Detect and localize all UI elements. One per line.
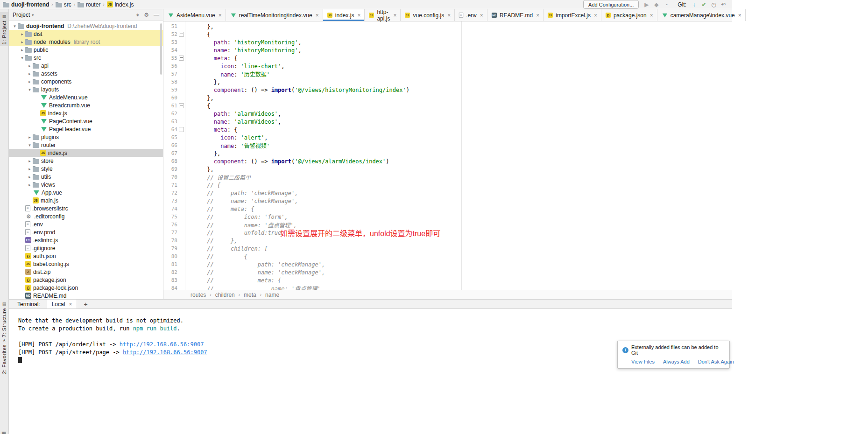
code-line[interactable]: 72 // path: 'checkManage', (163, 189, 732, 197)
editor-tab[interactable]: AsideMenu.vue× (163, 9, 226, 21)
code-line[interactable]: 74 // meta: { (163, 205, 732, 213)
code-line[interactable]: 58 }, (163, 78, 732, 86)
tree-item[interactable]: ▾layouts (9, 85, 163, 93)
code-line[interactable]: 71 // { (163, 181, 732, 189)
notification-action[interactable]: Always Add (663, 359, 690, 364)
tree-item[interactable]: ▸utils (9, 173, 163, 181)
code-line[interactable]: 59 component: () => import('@/views/hist… (163, 86, 732, 94)
tree-item[interactable]: main.js (9, 196, 163, 204)
tree-item[interactable]: .editorconfig (9, 212, 163, 220)
tree-item[interactable]: ▾router (9, 141, 163, 149)
tree-item[interactable]: ▾src (9, 54, 163, 62)
tree-item[interactable]: ▸dist (9, 30, 163, 38)
tree-item[interactable]: .env (9, 220, 163, 228)
commit-icon[interactable]: ✔ (700, 0, 708, 9)
code-line[interactable]: 80 // { (163, 252, 732, 260)
tab-close-icon[interactable]: × (594, 12, 597, 19)
history-icon[interactable]: ◷ (710, 0, 718, 9)
tree-item[interactable]: PageHeader.vue (9, 125, 163, 133)
tab-close-icon[interactable]: × (219, 12, 222, 19)
code-line[interactable]: 78 // }, (163, 237, 732, 245)
breadcrumb-item[interactable]: duoji-frontend (3, 1, 49, 8)
add-configuration-button[interactable]: Add Configuration... (583, 0, 639, 9)
terminal-tab-local[interactable]: Local × (47, 300, 78, 308)
tree-expand-arrow[interactable]: ▸ (27, 167, 33, 171)
project-panel-title[interactable]: Project (13, 12, 30, 18)
breadcrumb-item[interactable]: router (78, 1, 100, 8)
tree-item[interactable]: dist.zip (9, 268, 163, 276)
tree-item[interactable]: babel.config.js (9, 260, 163, 268)
code-line[interactable]: 57 name: '历史数据' (163, 70, 732, 78)
debug-icon[interactable]: ◆ (652, 0, 660, 9)
terminal-output[interactable]: Note that the development build is not o… (9, 309, 732, 434)
tool-window-button-favorites[interactable]: ★ 2: Favorites (0, 336, 8, 376)
breadcrumb-item[interactable]: children (215, 292, 235, 298)
tree-item[interactable]: .browserslistrc (9, 204, 163, 212)
fold-marker[interactable] (177, 127, 185, 132)
tree-item[interactable]: index.js (9, 109, 163, 117)
code-line[interactable]: 83 // meta: { (163, 276, 732, 284)
fold-collapse-icon[interactable] (179, 127, 184, 132)
tree-expand-arrow[interactable]: ▸ (27, 135, 33, 140)
rollback-icon[interactable]: ↶ (720, 0, 727, 9)
terminal-link[interactable]: http://192.168.66.56:9007 (120, 341, 204, 348)
tree-expand-arrow[interactable]: ▸ (27, 63, 33, 68)
tab-close-icon[interactable]: × (650, 12, 653, 19)
code-line[interactable]: 61 { (163, 102, 732, 110)
code-line[interactable]: 75 // icon: 'form', (163, 213, 732, 221)
code-line[interactable]: 73 // name: 'checkManage', (163, 197, 732, 205)
notification-action[interactable]: Don't Ask Again (698, 359, 734, 364)
code-line[interactable]: 66 name: '告警视频' (163, 141, 732, 149)
chevron-down-icon[interactable]: ▾ (32, 13, 34, 17)
code-line[interactable]: 64 meta: { (163, 126, 732, 133)
code-line[interactable]: 84 // name: '盘点管理' (163, 284, 732, 290)
tab-close-icon[interactable]: × (357, 12, 360, 19)
tree-item[interactable]: README.md (9, 292, 163, 299)
code-line[interactable]: 51 }, (163, 22, 732, 30)
hide-panel-icon[interactable]: — (154, 12, 159, 18)
breadcrumb-item[interactable]: routes (191, 292, 206, 298)
code-line[interactable]: 69 }, (163, 165, 732, 173)
tree-item[interactable]: package.json (9, 276, 163, 284)
code-line[interactable]: 55 meta: { (163, 54, 732, 62)
tree-item[interactable]: Breadcrumb.vue (9, 101, 163, 109)
editor-tab[interactable]: realTimeMonitoring\index.vue× (226, 9, 323, 21)
profile-icon[interactable]: ◔ (662, 0, 670, 9)
tool-window-button-structure[interactable]: ▤ 7: Structure (0, 300, 8, 339)
code-line[interactable]: 70 // 设置二级菜单 (163, 173, 732, 181)
editor-tab[interactable]: cameraManage\index.vue× (657, 9, 746, 21)
tree-item[interactable]: PageContent.vue (9, 117, 163, 125)
tree-item[interactable]: ▸public (9, 46, 163, 54)
terminal-link[interactable]: http://192.168.66.56:9007 (123, 349, 207, 356)
code-line[interactable]: 52 { (163, 30, 732, 38)
tab-close-icon[interactable]: × (536, 12, 539, 19)
tree-expand-arrow[interactable]: ▾ (27, 143, 33, 147)
tree-expand-arrow[interactable]: ▾ (19, 56, 25, 60)
code-line[interactable]: 76 // name: '盘点管理', (163, 221, 732, 229)
tree-item[interactable]: auth.json (9, 252, 163, 260)
tree-item[interactable]: ▸views (9, 181, 163, 189)
play-icon[interactable]: ▶ (642, 0, 650, 9)
tool-window-switcher-icon[interactable]: ▦ (1, 430, 6, 434)
tab-close-icon[interactable]: × (480, 12, 483, 19)
tree-item[interactable]: index.js (9, 149, 163, 157)
code-line[interactable]: 65 icon: 'alert', (163, 133, 732, 141)
code-line[interactable]: 53 path: 'historyMonitoring', (163, 38, 732, 46)
code-line[interactable]: 82 // name: 'checkManage', (163, 268, 732, 276)
code-line[interactable]: 56 icon: 'line-chart', (163, 62, 732, 70)
code-line[interactable]: 79 // children: [ (163, 245, 732, 252)
tree-item[interactable]: ▸style (9, 165, 163, 173)
tab-close-icon[interactable]: × (393, 12, 396, 19)
update-icon[interactable]: ↓ (690, 0, 698, 9)
fold-collapse-icon[interactable] (179, 32, 184, 37)
new-terminal-icon[interactable]: + (84, 301, 87, 308)
tab-close-icon[interactable]: × (447, 12, 451, 19)
code-line[interactable]: 60 }, (163, 94, 732, 102)
code-line[interactable]: 77 // unfold:true (163, 229, 732, 237)
editor-tab[interactable]: importExcel.js× (543, 9, 601, 21)
fold-marker[interactable] (177, 56, 185, 61)
editor-tab[interactable]: index.js× (323, 9, 365, 21)
fold-marker[interactable] (177, 32, 185, 37)
tree-expand-arrow[interactable]: ▾ (12, 24, 18, 28)
tree-expand-arrow[interactable]: ▸ (27, 159, 33, 163)
